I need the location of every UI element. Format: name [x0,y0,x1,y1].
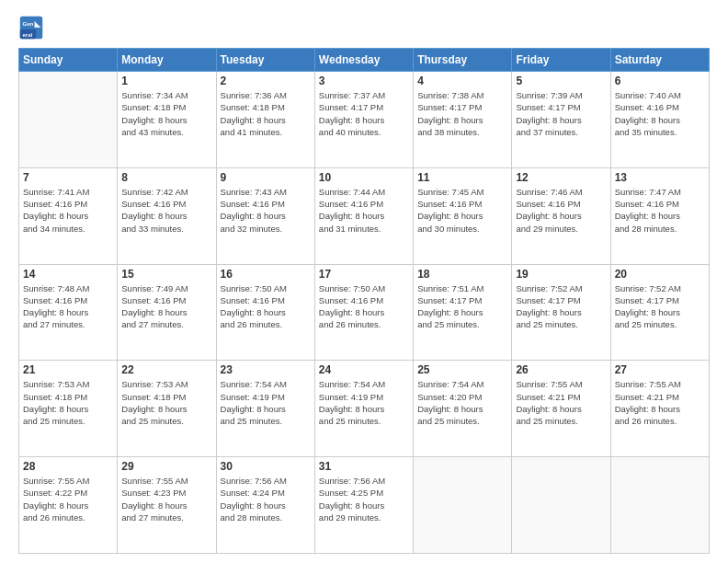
day-number: 6 [615,75,705,87]
day-info: Sunrise: 7:38 AM Sunset: 4:17 PM Dayligh… [417,89,507,138]
day-number: 12 [516,171,606,184]
day-info: Sunrise: 7:36 AM Sunset: 4:18 PM Dayligh… [221,89,311,138]
calendar-cell [610,457,709,554]
day-number: 11 [417,171,507,184]
calendar-cell: 31Sunrise: 7:56 AM Sunset: 4:25 PM Dayli… [314,457,413,554]
day-number: 22 [121,363,211,376]
day-info: Sunrise: 7:47 AM Sunset: 4:16 PM Dayligh… [615,186,705,235]
day-info: Sunrise: 7:42 AM Sunset: 4:16 PM Dayligh… [121,186,211,235]
weekday-header-friday: Friday [512,49,610,72]
day-number: 25 [417,363,507,376]
calendar-week-5: 28Sunrise: 7:55 AM Sunset: 4:22 PM Dayli… [19,457,710,554]
weekday-header-saturday: Saturday [610,49,709,72]
calendar-cell [19,72,118,168]
svg-text:eral: eral [22,31,32,38]
calendar-cell: 25Sunrise: 7:54 AM Sunset: 4:20 PM Dayli… [414,361,512,457]
calendar-cell [414,457,512,554]
calendar-cell: 20Sunrise: 7:52 AM Sunset: 4:17 PM Dayli… [610,264,709,361]
calendar-cell: 6Sunrise: 7:40 AM Sunset: 4:16 PM Daylig… [610,72,709,168]
calendar-cell: 29Sunrise: 7:55 AM Sunset: 4:23 PM Dayli… [118,457,216,554]
day-info: Sunrise: 7:41 AM Sunset: 4:16 PM Dayligh… [23,186,113,235]
day-number: 26 [516,363,606,376]
day-number: 3 [319,75,409,87]
calendar-cell: 1Sunrise: 7:34 AM Sunset: 4:18 PM Daylig… [118,72,216,168]
calendar-cell: 26Sunrise: 7:55 AM Sunset: 4:21 PM Dayli… [512,361,610,457]
day-number: 24 [319,363,409,376]
logo: Gen eral [18,15,48,40]
calendar-cell: 22Sunrise: 7:53 AM Sunset: 4:18 PM Dayli… [118,361,216,457]
day-number: 1 [121,75,211,87]
calendar-cell: 2Sunrise: 7:36 AM Sunset: 4:18 PM Daylig… [216,72,314,168]
day-number: 2 [221,75,311,87]
logo-icon: Gen eral [18,15,44,40]
calendar-cell: 5Sunrise: 7:39 AM Sunset: 4:17 PM Daylig… [512,72,610,168]
weekday-header-tuesday: Tuesday [216,49,314,72]
calendar-cell: 28Sunrise: 7:55 AM Sunset: 4:22 PM Dayli… [19,457,118,554]
weekday-header-row: SundayMondayTuesdayWednesdayThursdayFrid… [19,49,710,72]
day-info: Sunrise: 7:50 AM Sunset: 4:16 PM Dayligh… [221,282,311,331]
calendar-cell: 14Sunrise: 7:48 AM Sunset: 4:16 PM Dayli… [19,264,118,361]
day-number: 14 [23,268,113,281]
day-info: Sunrise: 7:52 AM Sunset: 4:17 PM Dayligh… [615,282,705,331]
calendar-cell: 4Sunrise: 7:38 AM Sunset: 4:17 PM Daylig… [414,72,512,168]
day-info: Sunrise: 7:48 AM Sunset: 4:16 PM Dayligh… [23,282,113,331]
calendar-body: 1Sunrise: 7:34 AM Sunset: 4:18 PM Daylig… [19,72,710,554]
day-info: Sunrise: 7:55 AM Sunset: 4:21 PM Dayligh… [615,378,705,427]
calendar-cell: 9Sunrise: 7:43 AM Sunset: 4:16 PM Daylig… [216,167,314,264]
header: Gen eral [18,15,710,40]
day-number: 8 [121,171,211,184]
svg-text:Gen: Gen [22,20,33,27]
day-number: 21 [23,363,113,376]
calendar-cell: 27Sunrise: 7:55 AM Sunset: 4:21 PM Dayli… [610,361,709,457]
calendar-cell: 24Sunrise: 7:54 AM Sunset: 4:19 PM Dayli… [314,361,413,457]
calendar-week-1: 1Sunrise: 7:34 AM Sunset: 4:18 PM Daylig… [19,72,710,168]
day-number: 18 [417,268,507,281]
day-info: Sunrise: 7:46 AM Sunset: 4:16 PM Dayligh… [516,186,606,235]
day-info: Sunrise: 7:54 AM Sunset: 4:19 PM Dayligh… [319,378,409,427]
day-info: Sunrise: 7:56 AM Sunset: 4:25 PM Dayligh… [319,475,409,523]
day-info: Sunrise: 7:34 AM Sunset: 4:18 PM Dayligh… [121,89,211,138]
day-number: 17 [319,268,409,281]
weekday-header-wednesday: Wednesday [314,49,413,72]
calendar-cell: 16Sunrise: 7:50 AM Sunset: 4:16 PM Dayli… [216,264,314,361]
calendar-cell [512,457,610,554]
weekday-header-thursday: Thursday [414,49,512,72]
day-info: Sunrise: 7:56 AM Sunset: 4:24 PM Dayligh… [221,475,311,523]
page: Gen eral SundayMondayTuesdayWednesdayThu… [0,0,728,563]
day-info: Sunrise: 7:52 AM Sunset: 4:17 PM Dayligh… [516,282,606,331]
calendar-week-3: 14Sunrise: 7:48 AM Sunset: 4:16 PM Dayli… [19,264,710,361]
calendar-cell: 12Sunrise: 7:46 AM Sunset: 4:16 PM Dayli… [512,167,610,264]
calendar: SundayMondayTuesdayWednesdayThursdayFrid… [18,48,710,554]
calendar-cell: 3Sunrise: 7:37 AM Sunset: 4:17 PM Daylig… [314,72,413,168]
weekday-header-monday: Monday [118,49,216,72]
calendar-cell: 15Sunrise: 7:49 AM Sunset: 4:16 PM Dayli… [118,264,216,361]
day-number: 5 [516,75,606,87]
calendar-week-2: 7Sunrise: 7:41 AM Sunset: 4:16 PM Daylig… [19,167,710,264]
day-info: Sunrise: 7:55 AM Sunset: 4:22 PM Dayligh… [23,475,113,523]
day-info: Sunrise: 7:55 AM Sunset: 4:21 PM Dayligh… [516,378,606,427]
day-info: Sunrise: 7:55 AM Sunset: 4:23 PM Dayligh… [121,475,211,523]
day-number: 29 [121,460,211,473]
day-number: 9 [221,171,311,184]
day-number: 13 [615,171,705,184]
calendar-cell: 7Sunrise: 7:41 AM Sunset: 4:16 PM Daylig… [19,167,118,264]
calendar-cell: 13Sunrise: 7:47 AM Sunset: 4:16 PM Dayli… [610,167,709,264]
day-number: 16 [221,268,311,281]
day-info: Sunrise: 7:53 AM Sunset: 4:18 PM Dayligh… [23,378,113,427]
day-info: Sunrise: 7:40 AM Sunset: 4:16 PM Dayligh… [615,89,705,138]
day-number: 28 [23,460,113,473]
day-number: 23 [221,363,311,376]
calendar-cell: 8Sunrise: 7:42 AM Sunset: 4:16 PM Daylig… [118,167,216,264]
day-info: Sunrise: 7:50 AM Sunset: 4:16 PM Dayligh… [319,282,409,331]
day-number: 15 [121,268,211,281]
day-info: Sunrise: 7:44 AM Sunset: 4:16 PM Dayligh… [319,186,409,235]
day-number: 27 [615,363,705,376]
day-info: Sunrise: 7:37 AM Sunset: 4:17 PM Dayligh… [319,89,409,138]
day-info: Sunrise: 7:45 AM Sunset: 4:16 PM Dayligh… [417,186,507,235]
day-info: Sunrise: 7:53 AM Sunset: 4:18 PM Dayligh… [121,378,211,427]
weekday-header-sunday: Sunday [19,49,118,72]
day-info: Sunrise: 7:39 AM Sunset: 4:17 PM Dayligh… [516,89,606,138]
calendar-week-4: 21Sunrise: 7:53 AM Sunset: 4:18 PM Dayli… [19,361,710,457]
calendar-cell: 18Sunrise: 7:51 AM Sunset: 4:17 PM Dayli… [414,264,512,361]
day-info: Sunrise: 7:54 AM Sunset: 4:20 PM Dayligh… [417,378,507,427]
